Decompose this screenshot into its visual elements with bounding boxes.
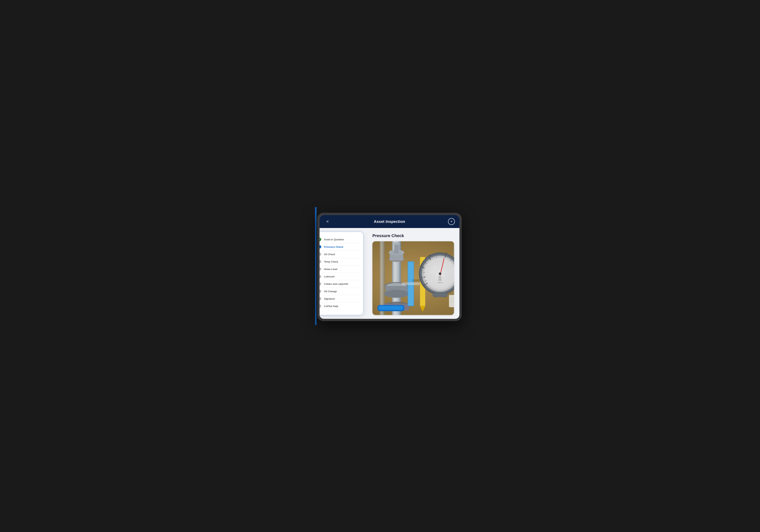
scene: < Asset Inspection + ✓Asset in QuestionP… [295,207,465,325]
sidebar-item-noise-level[interactable]: Noise Level [319,266,360,273]
inspection-image: -1 0 2 4 [372,241,454,315]
inspection-image-container: -1 0 2 4 [372,241,454,315]
sidebar-dot-asset-in-question: ✓ [319,238,321,241]
check-icon: ✓ [319,238,320,241]
sidebar-dot-oil-change [319,290,321,293]
sidebar-label-oil-change: Oil Change [324,290,337,293]
sidebar-label-noise-level: Noise Level [324,268,337,270]
sidebar-item-signature[interactable]: Signature [319,295,360,303]
tablet-screen: < Asset Inspection + ✓Asset in QuestionP… [319,215,459,319]
sidebar-items-container: ✓Asset in QuestionPressure CheckOil Chec… [319,236,360,310]
section-title: Pressure Check [372,233,454,238]
main-content: ✓Asset in QuestionPressure CheckOil Chec… [319,228,459,319]
sidebar-label-lubricant: Lubricant [324,275,335,278]
app-header: < Asset Inspection + [319,215,459,228]
sidebar-item-pressure-check[interactable]: Pressure Check [319,243,360,251]
back-button[interactable]: < [324,219,331,224]
sidebar-dot-temp-check [319,260,321,263]
sidebar-item-asset-in-question[interactable]: ✓Asset in Question [319,236,360,243]
left-accent-bar [315,207,316,325]
sidebar-label-copilot-help: CoPilot Help [324,305,338,308]
sidebar-item-copilot-help[interactable]: CoPilot Help [319,303,360,310]
sidebar-dot-pressure-check [319,245,321,249]
sidebar-item-lubricant[interactable]: Lubricant [319,273,360,280]
sidebar-item-oil-change[interactable]: Oil Change [319,288,360,295]
sidebar-label-collars-and-labyrinth: Collars and Labyrinth [324,282,348,285]
sidebar-dot-copilot-help [319,304,321,308]
sidebar-dot-lubricant [319,275,321,278]
sidebar-item-oil-check[interactable]: Oil Check [319,251,360,258]
sidebar-label-temp-check: Temp Check [324,260,338,263]
sidebar-label-asset-in-question: Asset in Question [324,238,344,241]
sidebar-label-pressure-check: Pressure Check [324,246,343,248]
sidebar-dot-noise-level [319,267,321,271]
tablet-device: < Asset Inspection + ✓Asset in QuestionP… [317,213,462,321]
sidebar-label-oil-check: Oil Check [324,253,335,256]
sidebar-dot-signature [319,297,321,300]
right-content: Pressure Check [367,228,459,319]
sidebar-label-signature: Signature [324,297,335,300]
sidebar-dot-oil-check [319,253,321,256]
sidebar-dot-collars-and-labyrinth [319,282,321,286]
add-button[interactable]: + [448,218,455,225]
sidebar: ✓Asset in QuestionPressure CheckOil Chec… [319,232,363,315]
svg-rect-63 [372,241,454,315]
app-title: Asset Inspection [374,219,405,224]
sidebar-item-collars-and-labyrinth[interactable]: Collars and Labyrinth [319,280,360,288]
sidebar-item-temp-check[interactable]: Temp Check [319,258,360,266]
